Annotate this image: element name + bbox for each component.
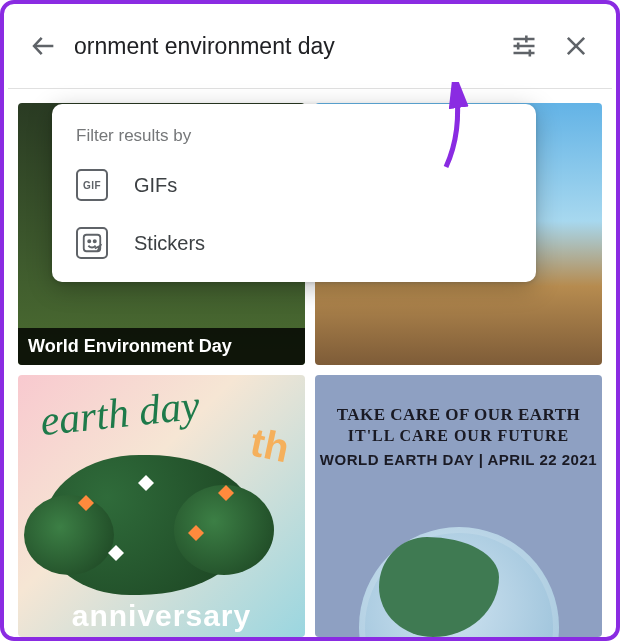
filter-popup: Filter results by GIF GIFs Stickers xyxy=(52,104,536,282)
thumbnail-text-block: TAKE CARE OF OUR EARTH IT'LL CARE OUR FU… xyxy=(315,405,602,468)
filter-option-label: GIFs xyxy=(134,174,177,197)
close-icon xyxy=(562,32,590,60)
filter-option-gifs[interactable]: GIF GIFs xyxy=(56,156,532,214)
thumbnail-caption: World Environment Day xyxy=(18,328,305,365)
thumbnail-text: anniversary xyxy=(18,599,305,633)
back-button[interactable] xyxy=(18,20,70,72)
thumbnail-text: IT'LL CARE OUR FUTURE xyxy=(315,427,602,445)
thumbnail-text: WORLD EARTH DAY | APRIL 22 2021 xyxy=(315,451,602,468)
result-thumbnail[interactable]: TAKE CARE OF OUR EARTH IT'LL CARE OUR FU… xyxy=(315,375,602,637)
gif-icon: GIF xyxy=(76,169,108,201)
filter-popup-title: Filter results by xyxy=(56,122,532,156)
sticker-icon xyxy=(76,227,108,259)
thumbnail-graphic xyxy=(359,527,559,637)
search-input[interactable] xyxy=(70,22,498,70)
app-content: World Environment Day earth day th anniv… xyxy=(4,4,616,641)
thumbnail-text: earth day xyxy=(38,381,202,445)
clear-button[interactable] xyxy=(550,20,602,72)
svg-point-11 xyxy=(94,240,96,242)
tune-icon xyxy=(510,32,538,60)
filter-button[interactable] xyxy=(498,20,550,72)
result-thumbnail[interactable]: earth day th anniversary xyxy=(18,375,305,637)
thumbnail-text: TAKE CARE OF OUR EARTH xyxy=(315,405,602,425)
filter-option-stickers[interactable]: Stickers xyxy=(56,214,532,272)
svg-point-10 xyxy=(88,240,90,242)
arrow-left-icon xyxy=(30,32,58,60)
search-bar xyxy=(8,4,612,88)
thumbnail-graphic xyxy=(44,455,254,595)
app-frame: World Environment Day earth day th anniv… xyxy=(0,0,620,641)
thumbnail-text: th xyxy=(247,420,293,472)
filter-option-label: Stickers xyxy=(134,232,205,255)
divider-line xyxy=(8,88,612,89)
